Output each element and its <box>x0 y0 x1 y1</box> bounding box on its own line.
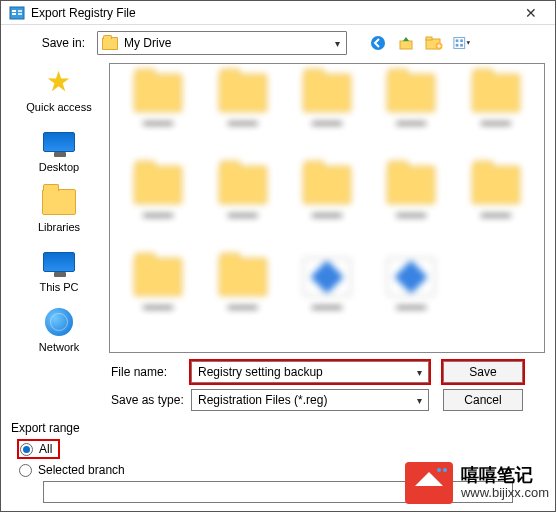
list-item[interactable]: ▬▬▬ <box>120 258 196 344</box>
chevron-down-icon: ▾ <box>335 38 340 49</box>
monitor-icon <box>43 132 75 152</box>
save-in-row: Save in: My Drive ▾ <box>11 31 545 55</box>
svg-rect-14 <box>460 44 463 47</box>
savetype-select[interactable]: Registration Files (*.reg) ▾ <box>191 389 429 411</box>
filename-value: Registry setting backup <box>198 365 323 379</box>
star-icon: ★ <box>46 68 71 96</box>
save-button[interactable]: Save <box>443 361 523 383</box>
window-title: Export Registry File <box>31 6 136 20</box>
close-icon: ✕ <box>525 5 537 21</box>
svg-rect-12 <box>460 39 463 42</box>
place-label: This PC <box>39 281 78 293</box>
place-desktop[interactable]: Desktop <box>39 127 79 173</box>
file-list[interactable]: ▬▬▬ ▬▬▬ ▬▬▬ ▬▬▬ ▬▬▬ ▬▬▬ ▬▬▬ ▬▬▬ ▬▬▬ ▬▬▬ … <box>109 63 545 353</box>
folder-icon <box>102 37 118 50</box>
list-item[interactable]: ▬▬▬ <box>373 166 449 252</box>
new-folder-icon[interactable] <box>425 34 443 52</box>
list-item[interactable]: ▬▬▬ <box>373 258 449 344</box>
radio-all-label: All <box>39 442 52 456</box>
export-range-label: Export range <box>11 421 545 435</box>
radio-branch-label: Selected branch <box>38 463 125 477</box>
place-network[interactable]: Network <box>39 307 79 353</box>
savetype-row: Save as type: Registration Files (*.reg)… <box>11 389 545 411</box>
place-quick-access[interactable]: ★ Quick access <box>26 67 91 113</box>
export-registry-dialog: Export Registry File ✕ Save in: My Drive… <box>0 0 556 512</box>
list-item[interactable]: ▬▬▬ <box>289 258 365 344</box>
svg-rect-2 <box>12 13 16 15</box>
up-icon[interactable] <box>397 34 415 52</box>
app-icon <box>9 5 25 21</box>
chevron-down-icon: ▾ <box>417 395 422 406</box>
radio-all[interactable]: All <box>19 441 58 457</box>
place-label: Libraries <box>38 221 80 233</box>
filename-row: File name: Registry setting backup ▾ Sav… <box>11 361 545 383</box>
list-item[interactable]: ▬▬▬ <box>120 74 196 160</box>
place-label: Network <box>39 341 79 353</box>
branch-path-input[interactable] <box>43 481 513 503</box>
savetype-value: Registration Files (*.reg) <box>198 393 327 407</box>
svg-rect-1 <box>12 10 16 12</box>
list-item[interactable]: ▬▬▬ <box>458 166 534 252</box>
list-item[interactable]: ▬▬▬ <box>204 74 280 160</box>
filename-label: File name: <box>11 365 191 379</box>
svg-point-5 <box>371 36 385 50</box>
save-in-select[interactable]: My Drive ▾ <box>97 31 347 55</box>
svg-rect-6 <box>400 41 412 49</box>
list-item[interactable]: ▬▬▬ <box>373 74 449 160</box>
cancel-button[interactable]: Cancel <box>443 389 523 411</box>
savetype-label: Save as type: <box>11 393 191 407</box>
globe-icon <box>45 308 73 336</box>
list-item[interactable]: ▬▬▬ <box>458 74 534 160</box>
place-label: Desktop <box>39 161 79 173</box>
save-in-label: Save in: <box>11 36 89 50</box>
svg-rect-3 <box>18 10 22 12</box>
close-button[interactable]: ✕ <box>513 2 549 24</box>
list-item[interactable]: ▬▬▬ <box>289 166 365 252</box>
radio-selected-branch[interactable]: Selected branch <box>19 463 545 477</box>
folder-icon <box>42 189 76 215</box>
svg-rect-11 <box>456 39 459 42</box>
place-label: Quick access <box>26 101 91 113</box>
list-item[interactable]: ▬▬▬ <box>289 74 365 160</box>
list-item[interactable]: ▬▬▬ <box>120 166 196 252</box>
radio-icon <box>20 443 33 456</box>
back-icon[interactable] <box>369 34 387 52</box>
save-in-value: My Drive <box>124 36 171 50</box>
titlebar: Export Registry File ✕ <box>1 1 555 25</box>
list-item[interactable]: ▬▬▬ <box>204 258 280 344</box>
place-this-pc[interactable]: This PC <box>39 247 78 293</box>
radio-icon <box>19 464 32 477</box>
export-range-group: Export range All Selected branch <box>11 421 545 503</box>
svg-rect-10 <box>454 38 465 49</box>
svg-rect-4 <box>18 13 22 15</box>
chevron-down-icon: ▾ <box>417 367 422 378</box>
toolbar-nav-icons <box>369 34 471 52</box>
places-bar: ★ Quick access Desktop Libraries This PC <box>11 63 107 353</box>
monitor-icon <box>43 252 75 272</box>
svg-rect-8 <box>426 37 432 40</box>
list-item[interactable]: ▬▬▬ <box>204 166 280 252</box>
svg-rect-13 <box>456 44 459 47</box>
place-libraries[interactable]: Libraries <box>38 187 80 233</box>
filename-input[interactable]: Registry setting backup ▾ <box>191 361 429 383</box>
view-menu-icon[interactable] <box>453 34 471 52</box>
